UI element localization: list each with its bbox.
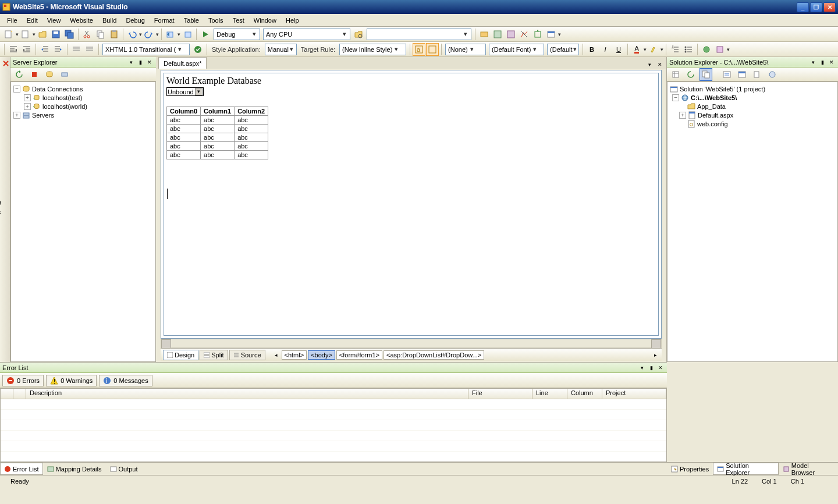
col-project[interactable]: Project (602, 389, 666, 399)
tree-solution[interactable]: Solution 'WebSite5' (1 project) (670, 84, 835, 93)
tree-webconfig[interactable]: web.config (670, 119, 835, 128)
table-cell[interactable]: abc (201, 151, 235, 159)
table-cell[interactable]: abc (201, 116, 235, 125)
tree-data-connections[interactable]: −Data Connections (13, 84, 153, 93)
table-row[interactable]: abcabcabc (167, 116, 268, 125)
toolbox-tab[interactable]: Toolbox (0, 57, 10, 362)
table-row[interactable]: abcabcabc (167, 142, 268, 151)
bottom-tab-mapping[interactable]: Mapping Details (43, 463, 106, 475)
right-tab-properties[interactable]: Properties (667, 463, 713, 475)
tool-icon-4[interactable] (518, 28, 531, 41)
table-cell[interactable]: abc (201, 133, 235, 142)
menu-debug[interactable]: Debug (121, 16, 149, 25)
tree-servers[interactable]: +Servers (13, 111, 153, 119)
tab-close-icon[interactable]: ✕ (656, 61, 664, 69)
copy-website-icon[interactable] (751, 68, 764, 81)
menu-view[interactable]: View (42, 16, 66, 25)
platform-dropdown[interactable]: Any CPU▾ (263, 29, 350, 40)
table-cell[interactable]: abc (167, 151, 201, 159)
panel-close-icon[interactable]: ✕ (145, 58, 154, 66)
underline-button[interactable]: U (612, 43, 625, 56)
page-heading[interactable]: World Example Database (166, 76, 656, 86)
panel-pin-icon[interactable]: ▮ (647, 364, 655, 372)
new-project-button[interactable] (2, 28, 15, 41)
panel-close-icon[interactable]: ✕ (828, 58, 836, 66)
validate-button[interactable] (191, 43, 204, 56)
css-tool-1[interactable]: a (413, 43, 425, 56)
paragraph-dropdown[interactable]: (None)▾ (445, 44, 486, 55)
numlist-button[interactable]: 1 (669, 43, 681, 56)
minimize-button[interactable]: _ (797, 2, 809, 12)
menu-table[interactable]: Table (179, 16, 204, 25)
col-header[interactable]: Column0 (167, 107, 201, 116)
col-line[interactable]: Line (532, 389, 567, 399)
gridview-control[interactable]: Column0 Column1 Column2 abcabcabcabcabca… (166, 107, 268, 159)
panel-close-icon[interactable]: ✕ (656, 364, 665, 372)
server-explorer-header[interactable]: Server Explorer ▾ ▮ ✕ (10, 57, 156, 68)
titlebar[interactable]: WebSite5 - Microsoft Visual Studio _ ❐ ✕ (0, 0, 838, 14)
undo-button[interactable] (126, 28, 139, 41)
col-file[interactable]: File (468, 389, 532, 399)
refresh-icon[interactable] (684, 68, 697, 81)
tool-icon-3[interactable] (505, 28, 517, 41)
messages-filter[interactable]: i0 Messages (99, 375, 152, 386)
split-tab[interactable]: Split (200, 350, 228, 360)
target-rule-dropdown[interactable]: (New Inline Style)▾ (339, 44, 406, 55)
horizontal-scrollbar[interactable] (161, 339, 662, 348)
col-column[interactable]: Column (567, 389, 602, 399)
bold-button[interactable]: B (585, 43, 598, 56)
menu-help[interactable]: Help (281, 16, 304, 25)
bc-left-icon[interactable]: ◂ (272, 351, 280, 359)
col-header[interactable]: Column2 (235, 107, 268, 116)
table-cell[interactable]: abc (235, 116, 268, 125)
tab-dropdown-icon[interactable]: ▾ (645, 61, 654, 69)
find-dropdown[interactable]: ▾ (367, 29, 471, 40)
stop-icon[interactable] (28, 68, 41, 81)
hyperlink-button[interactable] (700, 43, 713, 56)
view-code-icon[interactable] (720, 68, 733, 81)
breadcrumb-dropdown[interactable]: <asp:DropDownList#DropDow...> (384, 350, 484, 360)
menu-edit[interactable]: Edit (22, 16, 42, 25)
table-cell[interactable]: abc (201, 125, 235, 133)
menu-build[interactable]: Build (98, 16, 121, 25)
connect-icon[interactable] (43, 68, 56, 81)
save-button[interactable] (49, 28, 62, 41)
nav-back-button[interactable] (164, 28, 177, 41)
indent-left-button[interactable] (7, 43, 20, 56)
highlight-button[interactable] (647, 43, 660, 56)
indent-right-button[interactable] (20, 43, 33, 56)
menu-window[interactable]: Window (249, 16, 281, 25)
menu-website[interactable]: Website (65, 16, 98, 25)
table-cell[interactable]: abc (167, 142, 201, 151)
properties-icon[interactable] (669, 68, 682, 81)
server-icon[interactable] (58, 68, 71, 81)
bottom-tab-errorlist[interactable]: Error List (0, 463, 43, 475)
bottom-tab-output[interactable]: Output (106, 463, 142, 475)
copy-button[interactable] (94, 28, 107, 41)
nest-files-icon[interactable] (699, 68, 712, 81)
panel-dropdown-icon[interactable]: ▾ (127, 58, 135, 66)
tree-conn-1[interactable]: +localhost(test) (13, 93, 153, 102)
size-dropdown[interactable]: (Default ▾ (547, 44, 579, 55)
open-button[interactable] (36, 28, 49, 41)
panel-pin-icon[interactable]: ▮ (818, 58, 826, 66)
design-tab[interactable]: Design (163, 350, 198, 360)
tree-project[interactable]: −C:\...\WebSite5\ (670, 93, 835, 102)
tree-appdata[interactable]: App_Data (670, 102, 835, 111)
nav-forward-button[interactable] (181, 28, 194, 41)
uncomment-button[interactable] (83, 43, 96, 56)
col-description[interactable]: Description (26, 389, 468, 399)
table-cell[interactable]: abc (235, 133, 268, 142)
panel-pin-icon[interactable]: ▮ (136, 58, 144, 66)
warnings-filter[interactable]: !0 Warnings (46, 375, 97, 386)
close-button[interactable]: ✕ (823, 2, 836, 12)
start-debug-button[interactable] (199, 28, 212, 41)
menu-tools[interactable]: Tools (204, 16, 228, 25)
insert-button[interactable] (713, 43, 726, 56)
outdent-button[interactable] (38, 43, 51, 56)
new-file-button[interactable] (19, 28, 32, 41)
asp-config-icon[interactable] (766, 68, 779, 81)
source-tab[interactable]: Source (229, 350, 265, 360)
menu-test[interactable]: Test (228, 16, 249, 25)
font-dropdown[interactable]: (Default Font)▾ (489, 44, 544, 55)
